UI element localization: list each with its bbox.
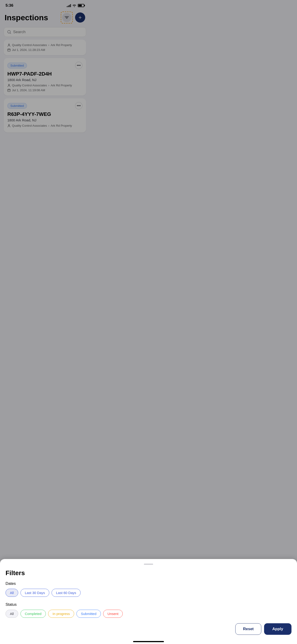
overlay[interactable] bbox=[0, 0, 90, 194]
